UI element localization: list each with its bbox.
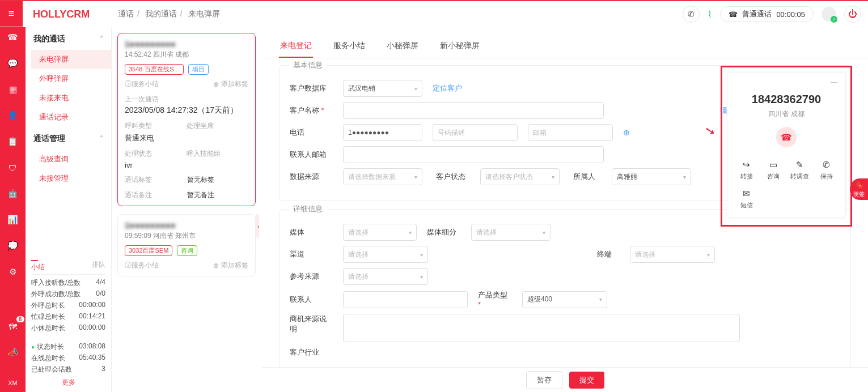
rail-grid-icon[interactable]: ▦	[6, 83, 20, 96]
handset-icon: ☎	[729, 10, 738, 19]
power-icon[interactable]: ⏻	[844, 6, 861, 23]
action-hold[interactable]: ✆保持	[813, 156, 840, 185]
bookmark-label: 便签	[853, 190, 865, 198]
nav-group-call-manage[interactable]: 通话管理˄	[26, 127, 111, 150]
select-reference[interactable]: 请选择▾	[343, 268, 428, 285]
rail-robot-icon[interactable]: 🤖	[6, 187, 20, 201]
rail-shield-icon[interactable]: 🛡	[6, 161, 20, 174]
nav-item-incoming-popup[interactable]: 来电弹屏	[31, 50, 111, 69]
call-card[interactable]: 1●●●●●●●●● 09:59:09 河南省 郑州市 3032百度SEM 咨询…	[117, 214, 256, 276]
call-status[interactable]: ☎ 普通通话 00:00:05	[720, 6, 814, 22]
hold-icon: ✆	[813, 160, 840, 170]
section-detail-info: 详细信息 媒体 请选择▾ 媒体细分 请选择▾ 渠道 请选择▾ 终端 请选择▾ 参…	[279, 209, 851, 373]
call-time-location: 14:52:42 四川省 成都	[125, 50, 248, 59]
tab-xiaomi-popup[interactable]: 小秘弹屏	[386, 35, 420, 58]
action-sms[interactable]: ✉短信	[733, 185, 760, 214]
minimize-icon[interactable]: —	[733, 78, 840, 86]
nav-item-outgoing-popup[interactable]: 外呼弹屏	[31, 69, 111, 88]
plus-icon: ⊕	[213, 80, 219, 88]
input-email[interactable]	[528, 124, 613, 141]
select-product-type[interactable]: 超级400▾	[522, 291, 607, 308]
select-data-source[interactable]: 请选择数据来源▾	[343, 168, 422, 185]
rail-user-icon[interactable]: 👤	[6, 109, 20, 122]
stat-value: 00:00:00	[79, 301, 105, 310]
annotation-box: — 18428362790 四川省 成都 ☎ ↪转接 ▭咨询 ✎转调查 ✆保持 …	[721, 66, 852, 227]
locate-customer-link[interactable]: 定位客户	[433, 83, 462, 93]
stat-label: 呼入接听数/总数	[31, 278, 81, 288]
stat-value: 3	[101, 365, 105, 374]
rail-gear-icon[interactable]: ⚙	[6, 265, 20, 279]
kv-label: 通话备注	[125, 190, 187, 200]
add-tag-link[interactable]: 添加标签	[221, 79, 248, 89]
rail-xm-label[interactable]: XM	[8, 380, 18, 386]
kv-label: 呼入技能组	[187, 149, 248, 159]
rail-megaphone-icon[interactable]: 📣	[6, 346, 20, 359]
chevron-up-icon: ˄	[100, 35, 103, 43]
bookmark-float[interactable]: 🔖 便签	[850, 178, 868, 200]
call-card[interactable]: 1●●●●●●●●● 14:52:42 四川省 成都 3548-百度在线S… 项…	[117, 33, 256, 206]
stat-label: 外呼总时长	[31, 301, 65, 310]
input-customer-name[interactable]	[343, 102, 604, 119]
service-summary-link[interactable]: 服务小结	[132, 261, 159, 270]
action-consult[interactable]: ▭咨询	[760, 156, 786, 185]
textarea-biz-source[interactable]	[343, 314, 740, 342]
info-icon: ⓘ	[125, 261, 132, 270]
header: ≡ HOLLYCRM 通话/ 我的通话/ 来电弹屏 ✆ ⌇ ☎ 普通通话 00:…	[0, 1, 868, 27]
nav-group-my-calls[interactable]: 我的通话˄	[26, 27, 111, 50]
stat-label: 忙碌总时长	[31, 312, 65, 322]
input-phone-number[interactable]: 1●●●●●●●●●	[343, 124, 422, 141]
nav-item-advanced-query[interactable]: 高级查询	[31, 150, 111, 169]
transfer-icon: ↪	[733, 160, 760, 170]
section-title: 基本信息	[289, 60, 327, 70]
select-customer-status[interactable]: 请选择客户状态▾	[480, 168, 560, 185]
select-customer-db[interactable]: 武汉电销▾	[343, 80, 422, 97]
side-nav: 我的通话˄ 来电弹屏 外呼弹屏 未接来电 通话记录 通话管理˄ 高级查询 未接管…	[26, 27, 112, 392]
call-type-label: 普通通话	[742, 9, 772, 19]
stat-value: 4/4	[96, 278, 105, 288]
brand-logo: HOLLYCRM	[33, 8, 112, 20]
select-owner[interactable]: 高雅丽▾	[612, 168, 691, 185]
rail-phone-icon[interactable]: ☎	[6, 31, 20, 44]
add-phone-icon[interactable]: ⊕	[623, 128, 630, 137]
tab-service-summary[interactable]: 服务小结	[332, 35, 366, 58]
select-terminal[interactable]: 请选择▾	[630, 246, 715, 263]
service-summary-link[interactable]: 服务小结	[132, 79, 159, 89]
tab-incoming-register[interactable]: 来电登记	[279, 35, 313, 58]
column-collapse-handle[interactable]: ◂	[256, 214, 259, 238]
avatar[interactable]	[822, 7, 836, 22]
rail-stats-icon[interactable]: 📊	[6, 213, 20, 227]
stats-more-link[interactable]: 更多	[31, 378, 105, 387]
nav-item-missed-manage[interactable]: 未接管理	[31, 169, 111, 188]
action-survey[interactable]: ✎转调查	[786, 156, 813, 185]
select-media-sub[interactable]: 请选择▾	[471, 224, 551, 241]
kv-label: 处理坐席	[187, 121, 248, 131]
rail-msgs-icon[interactable]: 💭	[6, 239, 20, 253]
submit-button[interactable]: 提交	[569, 372, 604, 389]
rail-chat-icon[interactable]: 💬	[6, 57, 20, 70]
stat-label: 小休总时长	[31, 323, 65, 333]
consult-icon: ▭	[760, 160, 786, 170]
input-contact[interactable]	[343, 291, 468, 308]
stats-tab-summary[interactable]: 小结	[31, 260, 45, 272]
kv-value: 暂无标签	[187, 175, 214, 185]
stats-tab-queue[interactable]: 排队	[92, 260, 105, 272]
form-footer: 暂存 提交	[262, 367, 868, 392]
tab-new-xiaomi-popup[interactable]: 新小秘弹屏	[439, 35, 481, 58]
left-rail: ☎ 💬 ▦ 👤 📋 🛡 🤖 📊 💭 ⚙ 🗺 6 📣 XM	[0, 27, 26, 392]
chevron-up-icon: ˄	[100, 135, 103, 143]
nav-item-call-log[interactable]: 通话记录	[31, 108, 111, 127]
select-channel[interactable]: 请选择▾	[343, 246, 428, 263]
nav-item-missed[interactable]: 未接来电	[31, 88, 111, 108]
add-tag-link[interactable]: 添加标签	[221, 261, 248, 270]
input-phone-desc[interactable]	[433, 124, 518, 141]
kv-value: 普通来电	[125, 133, 187, 143]
select-media[interactable]: 请选择▾	[343, 224, 417, 241]
menu-toggle[interactable]: ≡	[0, 1, 23, 27]
info-icon: ⓘ	[125, 79, 132, 89]
label-terminal: 终端	[597, 249, 620, 259]
save-draft-button[interactable]: 暂存	[526, 371, 562, 389]
input-contact-email[interactable]	[343, 146, 604, 163]
action-transfer[interactable]: ↪转接	[733, 156, 760, 185]
rail-clipboard-icon[interactable]: 📋	[6, 135, 20, 148]
dialer-icon[interactable]: ✆	[683, 6, 700, 23]
